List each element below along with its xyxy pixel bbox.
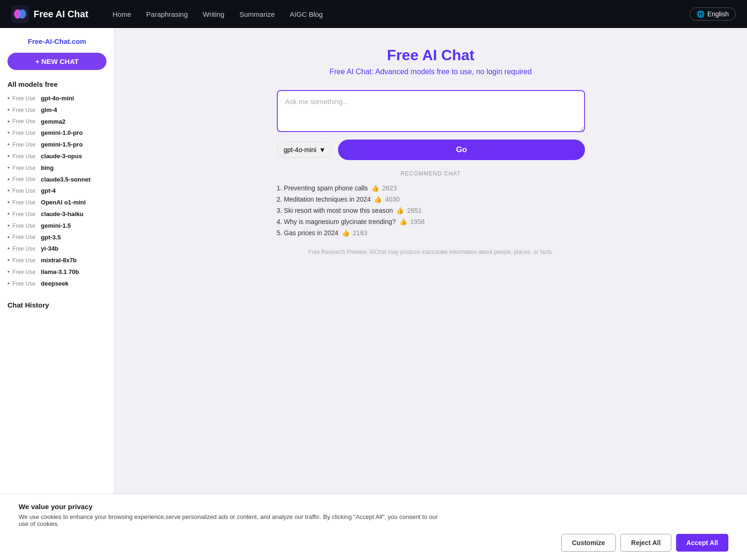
recommend-item[interactable]: 2. Meditation techniques in 2024 👍 4030	[277, 194, 585, 205]
bullet-icon: •	[7, 163, 10, 173]
model-item[interactable]: • Free Use claude3.5-sonnet	[7, 174, 106, 186]
free-tag: Free Use	[13, 198, 35, 207]
bullet-icon: •	[7, 140, 10, 150]
nav-links: Home Paraphrasing Writing Summarize AIGC…	[107, 7, 690, 21]
recommend-list: 1. Preventing spam phone calls 👍 26232. …	[277, 182, 585, 238]
thumbs-up-icon: 👍	[342, 229, 350, 237]
vote-count: 2651	[407, 207, 422, 214]
model-name: gemini-1.5	[41, 221, 71, 231]
model-item[interactable]: • Free Use gemini-1.5	[7, 220, 106, 232]
go-button[interactable]: Go	[338, 140, 585, 160]
free-tag: Free Use	[13, 187, 35, 196]
accept-all-button[interactable]: Accept All	[676, 534, 728, 552]
model-item[interactable]: • Free Use gpt-3.5	[7, 232, 106, 244]
model-name: OpenAI o1-mini	[41, 198, 86, 208]
nav-home[interactable]: Home	[107, 7, 137, 21]
model-item[interactable]: • Free Use gemini-1.0-pro	[7, 127, 106, 139]
language-selector[interactable]: 🌐 English	[690, 7, 736, 21]
main-subtitle: Free AI Chat: Advanced models free to us…	[330, 68, 532, 76]
free-tag: Free Use	[13, 222, 35, 231]
free-tag: Free Use	[13, 106, 35, 115]
free-tag: Free Use	[13, 245, 35, 253]
model-item[interactable]: • Free Use OpenAI o1-mini	[7, 197, 106, 209]
nav-writing[interactable]: Writing	[197, 7, 230, 21]
model-name: claude3.5-sonnet	[41, 175, 91, 185]
model-item[interactable]: • Free Use bing	[7, 162, 106, 174]
free-tag: Free Use	[13, 210, 35, 219]
model-name: gpt-4	[41, 186, 56, 196]
recommend-section: RECOMMEND CHAT 1. Preventing spam phone …	[277, 170, 585, 238]
free-tag: Free Use	[13, 117, 35, 126]
free-tag: Free Use	[13, 256, 35, 265]
model-list: • Free Use gpt-4o-mini• Free Use glm-4• …	[7, 93, 106, 290]
cookie-actions: Customize Reject All Accept All	[19, 534, 728, 552]
free-tag: Free Use	[13, 94, 35, 103]
svg-point-2	[19, 9, 26, 19]
model-name: gpt-4o-mini	[41, 94, 74, 104]
model-item[interactable]: • Free Use gpt-4o-mini	[7, 93, 106, 105]
model-name: gemini-1.0-pro	[41, 128, 83, 138]
app-logo	[11, 5, 29, 23]
bullet-icon: •	[7, 256, 10, 266]
model-item[interactable]: • Free Use gemini-1.5-pro	[7, 139, 106, 151]
bullet-icon: •	[7, 94, 10, 104]
bullet-icon: •	[7, 117, 10, 127]
reject-all-button[interactable]: Reject All	[620, 534, 671, 552]
model-selector[interactable]: gpt-4o-mini ▼	[277, 142, 333, 158]
model-item[interactable]: • Free Use deepseek	[7, 278, 106, 290]
free-tag: Free Use	[13, 175, 35, 184]
free-tag: Free Use	[13, 164, 35, 173]
vote-count: 2623	[382, 184, 397, 192]
cookie-text: We use cookies to enhance your browsing …	[19, 513, 439, 527]
model-item[interactable]: • Free Use glm-4	[7, 105, 106, 116]
bullet-icon: •	[7, 152, 10, 161]
navbar: Free AI Chat Home Paraphrasing Writing S…	[0, 0, 747, 28]
cookie-title: We value your privacy	[19, 503, 728, 511]
nav-summarize[interactable]: Summarize	[234, 7, 281, 21]
language-label: English	[707, 10, 729, 18]
bullet-icon: •	[7, 210, 10, 219]
bullet-icon: •	[7, 221, 10, 231]
recommend-item[interactable]: 1. Preventing spam phone calls 👍 2623	[277, 182, 585, 194]
main-content: Free AI Chat Free AI Chat: Advanced mode…	[114, 28, 747, 560]
models-section-title: All models free	[7, 80, 106, 88]
model-item[interactable]: • Free Use mixtral-8x7b	[7, 255, 106, 266]
thumbs-up-icon: 👍	[396, 207, 404, 214]
model-item[interactable]: • Free Use gemma2	[7, 116, 106, 128]
recommend-item[interactable]: 4. Why is magnesium glycinate trending? …	[277, 216, 585, 227]
model-item[interactable]: • Free Use llama-3.1 70b	[7, 266, 106, 278]
free-tag: Free Use	[13, 129, 35, 138]
model-name: gemma2	[41, 117, 66, 127]
chat-history-title: Chat History	[7, 301, 106, 309]
bullet-icon: •	[7, 128, 10, 138]
bullet-icon: •	[7, 175, 10, 185]
recommend-item[interactable]: 5. Gas prices in 2024 👍 2183	[277, 227, 585, 238]
model-name: llama-3.1 70b	[41, 267, 79, 277]
sidebar-domain: Free-AI-Chat.com	[7, 37, 106, 45]
thumbs-up-icon: 👍	[371, 184, 379, 192]
chat-input[interactable]	[277, 90, 585, 132]
recommend-item[interactable]: 3. Ski resort with most snow this season…	[277, 205, 585, 216]
bullet-icon: •	[7, 198, 10, 208]
model-item[interactable]: • Free Use gpt-4	[7, 185, 106, 197]
app-title: Free AI Chat	[34, 9, 88, 20]
model-name: bing	[41, 163, 54, 173]
new-chat-button[interactable]: + NEW CHAT	[7, 53, 106, 70]
customize-button[interactable]: Customize	[561, 534, 616, 552]
chevron-down-icon: ▼	[319, 146, 326, 154]
bullet-icon: •	[7, 279, 10, 289]
model-name: deepseek	[41, 279, 69, 289]
model-item[interactable]: • Free Use claude-3-haiku	[7, 209, 106, 220]
cookie-banner: We value your privacy We use cookies to …	[0, 494, 747, 560]
nav-aigc-blog[interactable]: AIGC Blog	[284, 7, 329, 21]
bullet-icon: •	[7, 267, 10, 277]
sidebar: Free-AI-Chat.com + NEW CHAT All models f…	[0, 28, 114, 560]
model-item[interactable]: • Free Use yi-34b	[7, 243, 106, 255]
bullet-icon: •	[7, 244, 10, 254]
model-item[interactable]: • Free Use claude-3-opus	[7, 151, 106, 162]
bullet-icon: •	[7, 233, 10, 243]
nav-paraphrasing[interactable]: Paraphrasing	[141, 7, 193, 21]
vote-count: 4030	[385, 196, 400, 203]
model-name: yi-34b	[41, 244, 59, 254]
model-name: glm-4	[41, 105, 57, 115]
